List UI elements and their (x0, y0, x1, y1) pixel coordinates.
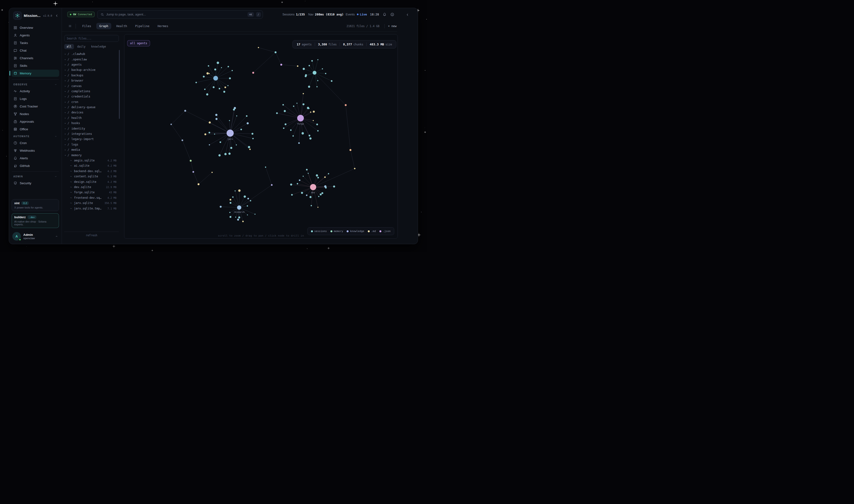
tree-folder-hooks[interactable]: ▸/hooks (64, 121, 120, 126)
tree-scrollbar[interactable] (119, 50, 120, 119)
section-header-automate[interactable]: AUTOMATE (12, 133, 59, 139)
tree-folder-agents[interactable]: ▸/agents (64, 62, 120, 67)
tab-files[interactable]: Files (79, 23, 94, 29)
sidebar-item-logs[interactable]: Logs (12, 95, 59, 102)
sidebar-item-office[interactable]: Office (12, 126, 59, 133)
tree-folder-completions[interactable]: ▸/completions (64, 89, 120, 94)
graph-node-forge[interactable] (297, 115, 304, 122)
collapse-right-panel-icon[interactable] (405, 13, 410, 17)
sidebar-item-cron[interactable]: Cron (12, 139, 59, 146)
graph-panel[interactable]: jarvforgedevresearch all agents 17agents… (124, 34, 398, 239)
tree-folder-devices[interactable]: ▸/devices (64, 110, 120, 115)
graph-node-jarv[interactable] (226, 130, 234, 137)
graph-dot[interactable] (349, 149, 351, 151)
new-file-button[interactable]: + new (388, 24, 397, 28)
sidebar-item-chat[interactable]: Chat (12, 47, 59, 54)
sidebar-item-security[interactable]: Security (12, 179, 59, 187)
tree-folder-credentials[interactable]: ▸/credentials (64, 94, 120, 99)
tree-file[interactable]: ~ai.sqlite4.2 MB (64, 163, 120, 168)
user-menu[interactable]: A Admin openclaw (12, 230, 59, 241)
graph-dot[interactable] (297, 65, 298, 67)
tree-folder-backup-archive[interactable]: ▸/backup-archive (64, 67, 120, 73)
graph-dot[interactable] (252, 72, 254, 74)
file-search-input[interactable] (67, 37, 116, 40)
sidebar-item-cost-tracker[interactable]: Cost Tracker (12, 103, 59, 110)
panels-toggle-icon[interactable] (68, 24, 72, 28)
sidebar-item-webhooks[interactable]: Webhooks (12, 147, 59, 154)
graph-dot[interactable] (184, 110, 186, 112)
tree-folder-canvas[interactable]: ▸/canvas (64, 83, 120, 88)
tab-hermes[interactable]: Hermes (155, 23, 171, 29)
tree-file[interactable]: ~design.sqlite4.2 MB (64, 179, 120, 184)
tree-folder-memory[interactable]: ▾/memory (64, 152, 120, 158)
promo-card-xint[interactable]: xintCLIX power tools for agents. (12, 199, 59, 211)
graph-dot[interactable] (354, 168, 356, 169)
tree-folder-logs[interactable]: ▸/logs (64, 142, 120, 147)
graph-dot[interactable] (170, 124, 172, 125)
notifications-bell-icon[interactable] (383, 12, 386, 16)
sidebar-item-github[interactable]: GitHub (12, 162, 59, 169)
tree-file[interactable]: ~dev.sqlite22.9 MB (64, 184, 120, 190)
tree-folder-health[interactable]: ▸/health (64, 115, 120, 121)
promo-card-builderz[interactable]: builderz.devAI-native dev shop · Solana … (12, 213, 59, 228)
graph-dot[interactable] (265, 167, 266, 168)
tree-folder-identity[interactable]: ▸/identity (64, 126, 120, 131)
graph-dot[interactable] (182, 140, 183, 141)
graph-dot[interactable] (280, 64, 282, 66)
sidebar-item-nodes[interactable]: Nodes (12, 110, 59, 118)
graph-dot[interactable] (190, 160, 192, 162)
smiley-icon[interactable] (390, 12, 395, 17)
gateway-status-chip[interactable]: GW Connected (67, 12, 95, 17)
tree-folder-delivery-queue[interactable]: ▸/delivery-queue (64, 105, 120, 110)
tree-folder-media[interactable]: ▸/media (64, 147, 120, 152)
graph-dot[interactable] (258, 47, 259, 48)
refresh-button[interactable]: refresh (64, 232, 119, 239)
tab-health[interactable]: Health (113, 23, 130, 29)
sidebar-item-memory[interactable]: Memory (12, 70, 59, 77)
tree-folder-browser[interactable]: ▸/browser (64, 78, 120, 83)
tree-file[interactable]: ~jarv.sqlite.tmp…7.1 MB (64, 206, 120, 211)
sidebar-item-activity[interactable]: Activity (12, 88, 59, 95)
sidebar-item-approvals[interactable]: Approvals (12, 118, 59, 125)
graph-node-hub-ne[interactable] (313, 71, 316, 75)
chevron-left-icon[interactable] (55, 14, 59, 18)
tree-folder-backups[interactable]: ▸/backups (64, 73, 120, 78)
section-header-admin[interactable]: ADMIN (12, 174, 59, 179)
sidebar-item-tasks[interactable]: Tasks (12, 39, 59, 46)
tree-file[interactable]: ~backend-dev.sql…4.2 MB (64, 168, 120, 174)
filter-daily[interactable]: daily (75, 44, 88, 49)
sidebar-item-overview[interactable]: Overview (12, 24, 59, 31)
tree-file[interactable]: ~jarv.sqlite350.5 MB (64, 200, 120, 206)
graph-dot[interactable] (193, 171, 194, 173)
global-search[interactable]: ⌘K / (97, 10, 263, 19)
tree-folder-cron[interactable]: ▸/cron (64, 100, 120, 105)
section-header-observe[interactable]: OBSERVE (12, 82, 59, 87)
agent-graph[interactable]: jarvforgedevresearch (124, 35, 398, 239)
sidebar-item-channels[interactable]: Channels (12, 54, 59, 61)
graph-node-hub-nw[interactable] (213, 76, 218, 80)
tab-pipeline[interactable]: Pipeline (132, 23, 152, 29)
tree-folder-clawhub[interactable]: ▸/.clawhub (64, 51, 120, 57)
filter-knowledge[interactable]: knowledge (89, 44, 108, 49)
chevron-up-icon[interactable] (55, 235, 58, 238)
graph-node-research[interactable] (237, 205, 241, 210)
graph-dot[interactable] (271, 184, 273, 186)
tree-file[interactable]: ~forge.sqlite43 MB (64, 190, 120, 195)
file-search[interactable] (64, 35, 119, 42)
tree-folder-openclaw[interactable]: ▸/.openclaw (64, 57, 120, 62)
graph-dot[interactable] (345, 104, 347, 106)
sidebar-item-alerts[interactable]: Alerts (12, 155, 59, 162)
sidebar-item-skills[interactable]: Skills (12, 62, 59, 69)
graph-node-dev[interactable] (310, 184, 316, 190)
tree-folder-integrations[interactable]: ▸/integrations (64, 131, 120, 137)
graph-dot[interactable] (275, 51, 276, 53)
tree-folder-legacy-import[interactable]: ▸/legacy-import (64, 137, 120, 142)
tree-file[interactable]: ~aegis.sqlite4.2 MB (64, 158, 120, 163)
tab-graph[interactable]: Graph (96, 23, 111, 29)
tree-file[interactable]: ~content.sqlite6.3 MB (64, 174, 120, 179)
sidebar-item-agents[interactable]: Agents (12, 32, 59, 39)
agents-filter-chip[interactable]: all agents (127, 40, 150, 46)
filter-all[interactable]: all (64, 44, 74, 49)
graph-dot[interactable] (212, 172, 213, 173)
graph-dot[interactable] (198, 183, 199, 185)
